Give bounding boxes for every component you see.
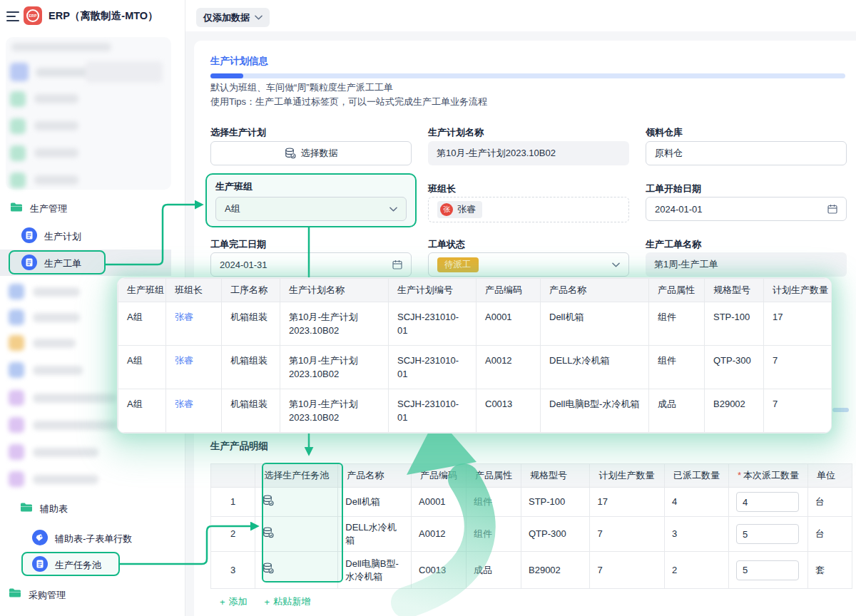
plan-name-cell: 第10月-生产计划2023.10B02 [280,302,389,346]
preview-col-product-name: 产品名称 [541,279,649,302]
sidebar-group-purchase[interactable]: 采购管理 [29,589,66,602]
product-attr-cell: 组件 [467,488,521,517]
detail-col-product-code: 产品编码 [412,464,467,488]
blurred-item-icon [10,91,26,107]
order-name-label: 生产工单名称 [646,238,701,251]
blurred-item[interactable] [33,366,83,375]
current-qty-cell [729,517,808,552]
tab-production-plan-info[interactable]: 生产计划信息 [210,55,268,68]
blurred-item[interactable] [33,394,117,403]
form-icon [32,556,48,572]
task-pool-picker-cell[interactable] [255,488,338,517]
blurred-item[interactable] [33,421,117,430]
blurred-item[interactable] [33,313,80,322]
detail-col-unit: 单位 [808,464,852,488]
team-cell: A组 [118,389,166,433]
blurred-item[interactable] [34,148,78,158]
select-data-button[interactable]: 选择数据 [210,141,412,165]
blurred-item[interactable] [33,287,80,297]
preview-header-row: 生产班组 班组长 工序名称 生产计划名称 生产计划编号 产品编码 产品名称 产品… [118,279,832,302]
warehouse-field[interactable]: 原料仓 [646,141,847,165]
current-qty-input[interactable] [736,560,799,580]
blurred-item[interactable] [34,94,78,103]
blurred-item[interactable] [34,175,78,185]
add-row-button[interactable]: +添加 [220,595,248,608]
team-cell: A组 [118,346,166,389]
section-progress-fill [210,73,243,78]
paste-add-button[interactable]: +粘贴新增 [265,595,311,608]
folder-icon [10,202,23,212]
member-tag: 张 张睿 [437,201,482,218]
dispatched-qty-cell: 2 [665,552,729,589]
app-logo-text: ERP [26,9,39,22]
task-pool-preview-table: 生产班组 班组长 工序名称 生产计划名称 生产计划编号 产品编码 产品名称 产品… [118,278,831,433]
detail-col-index [211,464,255,488]
sidebar-item-aux-subform[interactable]: 辅助表-子表单行数 [55,533,132,545]
leader-member-field[interactable]: 张 张睿 [428,197,629,222]
plus-icon: + [265,597,270,607]
current-qty-input[interactable] [736,524,799,544]
section-progress-bar [210,73,845,78]
preview-col-product-code: 产品编码 [477,279,541,302]
database-select-icon[interactable] [263,527,274,538]
product-attr-cell: 组件 [649,302,705,346]
blurred-item-icon [9,362,24,378]
blurred-item-icon [9,471,24,487]
start-date-value: 2024-01-01 [655,204,703,215]
blurred-item[interactable] [34,121,78,130]
product-name-cell: Dell机箱 [541,302,649,346]
status-label: 工单状态 [428,238,465,251]
app-logo: ERP [24,6,42,25]
sidebar-item-production-plan[interactable]: 生产计划 [44,230,81,243]
chevron-down-icon [389,207,397,212]
process-cell: 机箱组装 [222,389,280,433]
task-pool-picker-cell[interactable] [255,552,338,589]
status-badge: 待派工 [437,257,479,272]
team-select[interactable]: A组 [215,197,407,221]
blurred-item[interactable] [11,43,111,51]
mode-button-label: 仅添加数据 [203,11,250,24]
detail-col-product-attr: 产品属性 [467,464,521,488]
blurred-item[interactable] [33,475,98,484]
database-select-icon[interactable] [263,495,274,506]
plan-qty-cell: 17 [590,488,665,517]
menu-toggle-icon[interactable] [6,11,19,21]
add-data-mode-button[interactable]: 仅添加数据 [196,8,270,27]
spec-cell: QTP-300 [705,346,764,389]
plan-code-cell: SCJH-231010-01 [389,346,477,389]
row-index: 1 [211,488,255,517]
leader-link[interactable]: 张睿 [166,302,222,346]
start-date-field[interactable]: 2024-01-01 [646,197,847,221]
current-qty-cell [729,552,808,589]
product-name-cell: DELL水冷机箱 [338,517,412,552]
detail-row: 2 DELL水冷机箱 A0012 组件 QTP-300 7 3 台 [211,517,852,552]
status-select[interactable]: 待派工 [428,252,629,277]
current-qty-input[interactable] [736,492,799,512]
sidebar-group-auxiliary[interactable]: 辅助表 [40,503,68,515]
sidebar-group-production[interactable]: 生产管理 [30,202,67,215]
database-select-icon[interactable] [263,563,274,574]
preview-col-leader: 班组长 [166,279,222,302]
warehouse-label: 领料仓库 [646,126,683,139]
blurred-item[interactable] [86,61,163,83]
plan-name-cell: 第10月-生产计划2023.10B02 [280,346,389,389]
plan-name-cell: 第10月-生产计划2023.10B02 [280,389,389,433]
detail-row: 3 Dell电脑B型-水冷机箱 C0013 成品 B29002 7 2 套 [211,552,852,589]
detail-col-product-name: 产品名称 [338,464,412,488]
blurred-item-icon [10,173,26,188]
leader-link[interactable]: 张睿 [166,389,222,433]
task-pool-picker-cell[interactable] [255,517,338,552]
blurred-item[interactable] [33,339,76,348]
product-code-cell: A0001 [412,488,467,517]
unit-cell: 台 [808,517,852,552]
detail-table-actions: +添加 +粘贴新增 [220,595,310,608]
form-description-line1: 默认为班组、车间做“周”颗粒度生产派工工单 [210,81,487,95]
spec-cell: STP-100 [521,488,590,517]
blurred-item[interactable] [33,448,98,457]
end-date-field[interactable]: 2024-01-31 [210,252,412,277]
leader-link[interactable]: 张睿 [166,346,222,389]
spec-cell: STP-100 [705,302,764,346]
sidebar-item-work-order[interactable]: 生产工单 [44,257,81,270]
sidebar-item-task-pool[interactable]: 生产任务池 [55,559,101,572]
plan-code-cell: SCJH-231010-01 [389,302,477,346]
